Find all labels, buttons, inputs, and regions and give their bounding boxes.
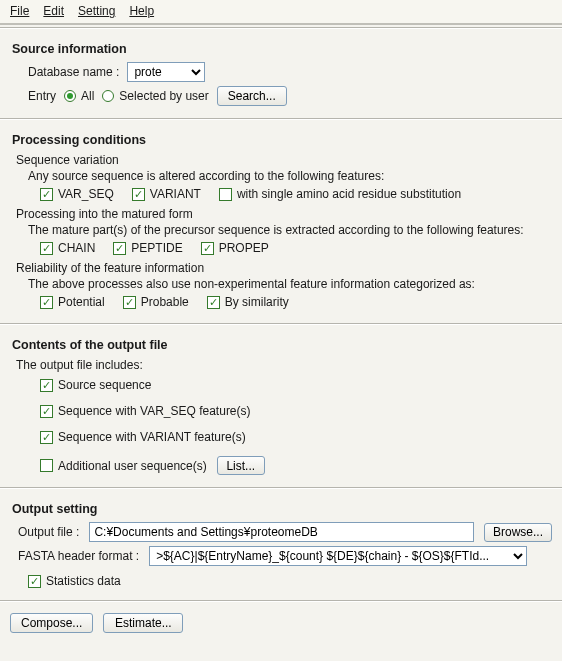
section-source: Source information Database name : prote… [0,32,562,116]
similarity-checkbox[interactable]: ✓By similarity [207,295,289,309]
user-seq-label: Additional user sequence(s) [58,459,207,473]
src-seq-checkbox[interactable]: ✓Source sequence [40,378,552,392]
database-name-select[interactable]: prote [127,62,205,82]
processing-title: Processing conditions [12,133,552,147]
footer: Compose... Estimate... [0,605,562,641]
entry-label: Entry [28,89,56,103]
varseq-checkbox[interactable]: ✓VAR_SEQ [40,187,114,201]
peptide-label: PEPTIDE [131,241,182,255]
entry-selected-label: Selected by user [119,89,208,103]
seqvar-subtitle: Sequence variation [16,153,552,167]
variant-seq-checkbox[interactable]: ✓Sequence with VARIANT feature(s) [40,430,552,444]
subst-label: with single amino acid residue substitut… [237,187,461,201]
src-seq-label: Source sequence [58,378,151,392]
divider [0,118,562,120]
variant-checkbox[interactable]: ✓VARIANT [132,187,201,201]
compose-button[interactable]: Compose... [10,613,93,633]
divider [0,600,562,602]
probable-label: Probable [141,295,189,309]
divider [0,323,562,325]
chain-label: CHAIN [58,241,95,255]
output-title: Output setting [12,502,552,516]
contents-title: Contents of the output file [12,338,552,352]
stats-label: Statistics data [46,574,121,588]
section-output: Output setting Output file : Browse... F… [0,492,562,598]
similarity-label: By similarity [225,295,289,309]
potential-label: Potential [58,295,105,309]
user-seq-checkbox[interactable]: ✓Additional user sequence(s) [40,459,207,473]
seqvar-desc: Any source sequence is altered according… [28,169,552,183]
divider [0,27,562,29]
entry-all-label: All [81,89,94,103]
output-file-input[interactable] [89,522,474,542]
probable-checkbox[interactable]: ✓Probable [123,295,189,309]
subst-checkbox[interactable]: ✓with single amino acid residue substitu… [219,187,461,201]
menu-file[interactable]: File [6,3,33,19]
stats-checkbox[interactable]: ✓Statistics data [28,574,121,588]
menu-help[interactable]: Help [125,3,158,19]
potential-checkbox[interactable]: ✓Potential [40,295,105,309]
menu-setting[interactable]: Setting [74,3,119,19]
menu-edit[interactable]: Edit [39,3,68,19]
divider [0,487,562,489]
estimate-button[interactable]: Estimate... [103,613,183,633]
browse-button[interactable]: Browse... [484,523,552,542]
source-title: Source information [12,42,552,56]
output-file-label: Output file : [18,525,79,539]
reliability-desc: The above processes also use non-experim… [28,277,552,291]
mature-subtitle: Processing into the matured form [16,207,552,221]
varseq-seq-checkbox[interactable]: ✓Sequence with VAR_SEQ feature(s) [40,404,552,418]
section-processing: Processing conditions Sequence variation… [0,123,562,321]
menubar: File Edit Setting Help [0,0,562,25]
contents-desc: The output file includes: [16,358,552,372]
mature-desc: The mature part(s) of the precursor sequ… [28,223,552,237]
propep-checkbox[interactable]: ✓PROPEP [201,241,269,255]
search-button[interactable]: Search... [217,86,287,106]
chain-checkbox[interactable]: ✓CHAIN [40,241,95,255]
reliability-subtitle: Reliability of the feature information [16,261,552,275]
fasta-format-label: FASTA header format : [18,549,139,563]
varseq-seq-label: Sequence with VAR_SEQ feature(s) [58,404,251,418]
peptide-checkbox[interactable]: ✓PEPTIDE [113,241,182,255]
list-button[interactable]: List... [217,456,265,475]
fasta-format-select[interactable]: >${AC}|${EntryName}_${count} ${DE}${chai… [149,546,527,566]
variant-seq-label: Sequence with VARIANT feature(s) [58,430,246,444]
varseq-label: VAR_SEQ [58,187,114,201]
entry-selected-radio[interactable]: Selected by user [102,89,208,103]
propep-label: PROPEP [219,241,269,255]
variant-label: VARIANT [150,187,201,201]
entry-all-radio[interactable]: All [64,89,94,103]
section-contents: Contents of the output file The output f… [0,328,562,485]
database-name-label: Database name : [28,65,119,79]
